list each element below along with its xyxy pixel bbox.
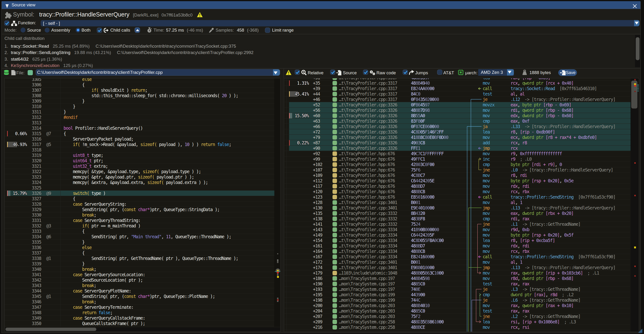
source-line[interactable]: 3325 [5, 185, 274, 190]
asm-row[interactable]: +138…t\TracyProfiler.cpp:3332483BF8cmprd… [284, 216, 630, 221]
asm-row[interactable]: +135…t\TracyProfiler.cpp:33328B4320movea… [284, 211, 630, 216]
source-line[interactable]: 3349 case ServerQueryCallstackFrame: [5, 315, 274, 321]
asm-row[interactable]: +117…t\TracyProfiler.hpp:676488BD7movrdx… [284, 183, 630, 189]
asm-row[interactable]: +31…t\TracyProfiler.cpp:3317488D5597lear… [284, 78, 630, 80]
source-line[interactable]: 46.93%3317@5 if( !m_sock->Read( &payload… [5, 142, 274, 147]
source-line[interactable]: 3307 if( shouldExit ) return; [5, 88, 274, 93]
asm-row[interactable]: +56…t\TracyProfiler.cpp:3326488B7D98movr… [284, 108, 630, 113]
asm-row[interactable]: +143…t\TracyProfiler.cpp:333441B90B00000… [284, 227, 630, 232]
asm-header-checkbox-relative[interactable] [295, 70, 300, 75]
source-line[interactable]: 3332@3 if( ptr == m_mainThread ) [5, 223, 274, 229]
window-collapse-icon[interactable] [6, 4, 9, 8]
file-combo[interactable]: C:\Users\wolf\Desktop\darkrl\contrib\tra… [36, 69, 280, 76]
asm-row[interactable]: +216…mon\TracySystem.cpp:258488BCEmovrcx… [284, 325, 630, 330]
asm-row[interactable]: +172…t\TracyProfiler.cpp:3401B001moval, … [284, 259, 630, 265]
source-hscrollbar-thumb[interactable] [6, 328, 96, 331]
file-combo-arrow[interactable] [273, 69, 280, 75]
source-line[interactable]: 3346 break; [5, 299, 274, 305]
source-line[interactable]: 3345@1 SendString( ptr, (const char*)ptr… [5, 294, 274, 299]
source-line[interactable]: 3350 QueueCallstackFrame( ptr ); [5, 321, 274, 326]
source-line[interactable]: 3331 case ServerQueryThreadString: [5, 218, 274, 223]
asm-row[interactable]: +207…mon\TracySystem.cpp:20375F2jne.L2 -… [284, 314, 630, 319]
asm-row[interactable]: +120…t\TracyProfiler.hpp:676488BCBmovrcx… [284, 189, 630, 194]
asm-row[interactable]: +154…t\TracyProfiler.cpp:33344C8D055FBA0… [284, 238, 630, 243]
source-line[interactable]: 3327 { [5, 196, 274, 201]
child-call-row[interactable]: 1.tracy::Socket::Read25.25 ms (54.89%)C:… [4, 44, 236, 49]
asm-row[interactable]: +90…t\TracyProfiler.cpp:3326FFE1jmprcx [284, 146, 630, 151]
title-bar[interactable]: Source view [2, 1, 640, 9]
source-line[interactable]: 3343 break; [5, 283, 274, 288]
source-line[interactable]: 3321 uint32_t extra; [5, 164, 274, 169]
close-icon[interactable] [632, 3, 638, 9]
source-line[interactable]: 3313 [5, 120, 274, 126]
mode-radio-both[interactable] [76, 28, 80, 32]
source-line[interactable]: 3330 break; [5, 212, 274, 218]
source-line[interactable]: 3341 case ServerQuerySourceLocation: [5, 272, 274, 277]
asm-header-checkbox-jumps[interactable] [403, 70, 408, 75]
source-scrollbar[interactable] [274, 78, 280, 327]
source-line[interactable]: 3348 return false; [5, 310, 274, 315]
asm-row[interactable]: +149…t\TracyProfiler.cpp:3334C64424205Fm… [284, 232, 630, 238]
asm-row[interactable]: +66…t\TracyProfiler.cpp:33260F87CE060000… [284, 124, 630, 129]
source-line[interactable]: 3339 } [5, 261, 274, 267]
asm-row[interactable]: +128…t\TracyProfiler.cpp:3401B001moval, … [284, 200, 630, 205]
asm-row[interactable]: 15.50%+60…t\TracyProfiler.cpp:33268B55A0… [284, 113, 630, 118]
source-line[interactable]: 3347 case ServerQueryTerminate: [5, 305, 274, 310]
uarch-combo-arrow[interactable] [507, 69, 514, 75]
mode-radio-assembly[interactable] [45, 28, 50, 32]
source-line[interactable]: 3310 } [5, 104, 274, 109]
source-line[interactable]: 3314bool Profiler::HandleServerQuery() [5, 126, 274, 131]
resize-grip[interactable] [638, 329, 642, 333]
source-line[interactable]: 3338@1 SendString( ptr, GetThreadName( p… [5, 256, 274, 261]
warning-icon[interactable] [286, 70, 292, 75]
child-calls-checkbox[interactable] [97, 28, 102, 33]
function-checkbox[interactable] [4, 20, 10, 26]
asm-row[interactable]: +107…t\TracyProfiler.hpp:67675F6jne.L0 -… [284, 167, 630, 173]
warning-icon[interactable] [197, 12, 203, 17]
asm-row[interactable]: 45.41%+44…t\TracyProfiler.cpp:331784C0te… [284, 91, 630, 97]
source-line[interactable]: 3311} [5, 109, 274, 115]
asm-row[interactable]: +193…mon\TracySystem.cpp:197740Eje.L3 ->… [284, 287, 630, 292]
asm-row[interactable]: +39…t\TracyProfiler.cpp:3317E824AA0000ca… [284, 86, 630, 91]
asm-row[interactable]: +123…t\TracyProfiler.hpp:676E850160000ca… [284, 194, 630, 200]
source-line[interactable]: 3318 [5, 147, 274, 153]
asm-row[interactable]: +190…mon\TracySystem.cpp:1974885C0testra… [284, 281, 630, 287]
source-pane[interactable]: 3305 else3306 {3307 if( shouldExit ) ret… [4, 78, 280, 332]
source-line[interactable]: 3336 else [5, 245, 274, 250]
asm-row[interactable]: 1.31%+35…t\TracyProfiler.cpp:3317488B494… [284, 80, 630, 86]
window-scrollbar-thumb[interactable] [636, 37, 640, 60]
asm-row[interactable]: +186…mon\TracySystem.cpp:197448B4598movr… [284, 276, 630, 281]
function-combo-arrow[interactable] [634, 20, 640, 26]
source-line[interactable]: 0.66%3315@7{ [5, 131, 274, 136]
source-line[interactable]: 3333 { [5, 229, 274, 234]
source-line[interactable]: 3316 ServerQueryPacket payload; [5, 136, 274, 142]
source-line[interactable]: 3328 case ServerQueryString: [5, 201, 274, 207]
source-line[interactable]: 3309 } [5, 98, 274, 104]
assembly-pane[interactable]: +31…t\TracyProfiler.cpp:3317488D5597lear… [284, 78, 639, 332]
child-call-row[interactable]: 2.tracy::Profiler::SendLongString19.88 m… [4, 50, 254, 55]
child-call-row[interactable]: 4.KeSynchronizeExecution125 μs (0.27%) [4, 63, 93, 68]
source-line[interactable]: 3323 memcpy( &ptr, &payload.ptr, sizeof(… [5, 174, 274, 180]
mode-radio-source[interactable] [20, 28, 26, 32]
collapse-up-button[interactable] [134, 27, 140, 33]
asm-row[interactable]: +174…t\TracyProfiler.cpp:3401E9B8010000j… [284, 265, 630, 270]
asm-row[interactable]: +164…t\TracyProfiler.cpp:3334488BCBmovrc… [284, 249, 630, 254]
source-line[interactable]: 3306 { [5, 82, 274, 88]
source-line[interactable]: 3329 SendString( ptr, (const char*)ptr, … [5, 207, 274, 212]
function-combo[interactable]: [ - self - ] [40, 20, 640, 26]
source-line[interactable]: 3320 uint64_t ptr; [5, 158, 274, 164]
asm-row[interactable]: +198…mon\TracySystem.cpp:199744Cje.L6 ->… [284, 298, 630, 303]
source-line[interactable]: 3322 memcpy( &type, &payload.type, sizeo… [5, 169, 274, 174]
asm-row[interactable]: +204…mon\TracySystem.cpp:2034885C0testra… [284, 308, 630, 314]
asm-row[interactable]: +209…mon\TracySystem.cpp:258488D35E88610… [284, 319, 630, 325]
source-line[interactable]: 3337 { [5, 250, 274, 256]
asm-header-checkbox-source[interactable] [330, 70, 335, 75]
source-line[interactable]: 3342 SendSourceLocation( ptr ); [5, 277, 274, 283]
asm-row[interactable]: +46…t\TracyProfiler.cpp:33170F8435020000… [284, 97, 630, 102]
asm-row[interactable]: +200…mon\TracySystem.cpp:203488B4010movr… [284, 303, 630, 308]
asm-row[interactable]: +102…t\TracyProfiler.hpp:67642803C0F00cm… [284, 162, 630, 167]
asm-scrollbar-track[interactable] [630, 78, 639, 332]
asm-row[interactable]: +109…t\TracyProfiler.hpp:6764C8BC7movr8,… [284, 173, 630, 178]
asm-row[interactable]: +167…t\TracyProfiler.cpp:3334E824160000c… [284, 254, 630, 259]
source-line[interactable]: 3308 std::this_thread::sleep_for( std::c… [5, 93, 274, 98]
